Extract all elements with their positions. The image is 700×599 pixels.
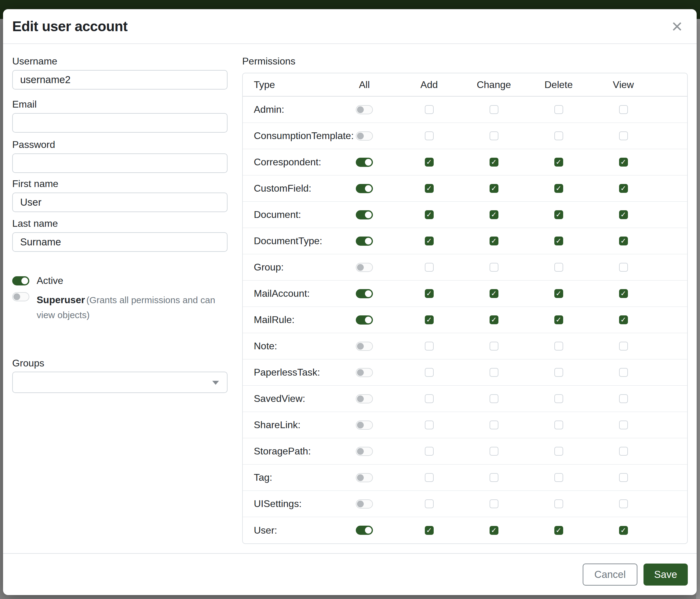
- permission-change-checkbox[interactable]: [490, 158, 498, 167]
- permission-all-toggle[interactable]: [356, 289, 373, 298]
- permission-add-checkbox[interactable]: [425, 526, 434, 535]
- permission-add-checkbox[interactable]: [425, 342, 434, 351]
- permission-view-checkbox[interactable]: [619, 394, 628, 403]
- permission-view-checkbox[interactable]: [619, 105, 628, 114]
- permission-all-toggle[interactable]: [356, 447, 373, 456]
- password-field[interactable]: [12, 153, 227, 173]
- permission-add-checkbox[interactable]: [425, 263, 434, 272]
- permission-change-checkbox[interactable]: [490, 237, 498, 245]
- permission-view-checkbox[interactable]: [619, 526, 628, 535]
- permission-delete-checkbox[interactable]: [554, 105, 563, 114]
- permission-change-checkbox[interactable]: [490, 447, 498, 456]
- permission-add-checkbox[interactable]: [425, 447, 434, 456]
- permission-add-checkbox[interactable]: [425, 421, 434, 429]
- permission-delete-checkbox[interactable]: [554, 263, 563, 272]
- permission-all-toggle[interactable]: [356, 394, 373, 403]
- permission-change-checkbox[interactable]: [490, 473, 498, 482]
- username-input[interactable]: [12, 70, 227, 90]
- permission-add-checkbox[interactable]: [425, 315, 434, 324]
- permission-delete-checkbox[interactable]: [554, 210, 563, 219]
- permission-view-checkbox[interactable]: [619, 184, 628, 193]
- permission-all-toggle[interactable]: [356, 526, 373, 535]
- permission-delete-checkbox[interactable]: [554, 315, 563, 324]
- permission-view-checkbox[interactable]: [619, 237, 628, 245]
- permission-view-checkbox[interactable]: [619, 315, 628, 324]
- permission-delete-checkbox[interactable]: [554, 289, 563, 298]
- permission-all-toggle[interactable]: [356, 131, 373, 141]
- permission-view-checkbox[interactable]: [619, 210, 628, 219]
- permission-delete-checkbox[interactable]: [554, 499, 563, 508]
- permission-add-checkbox[interactable]: [425, 368, 434, 377]
- last-name-field[interactable]: [12, 232, 227, 252]
- permission-delete-checkbox[interactable]: [554, 526, 563, 535]
- groups-select[interactable]: [12, 372, 227, 393]
- permission-view-checkbox[interactable]: [619, 499, 628, 508]
- permission-add-checkbox[interactable]: [425, 394, 434, 403]
- permission-view-checkbox[interactable]: [619, 473, 628, 482]
- permission-view-checkbox[interactable]: [619, 368, 628, 377]
- permission-add-checkbox[interactable]: [425, 289, 434, 298]
- permission-delete-checkbox[interactable]: [554, 131, 563, 140]
- permission-all-toggle[interactable]: [356, 237, 373, 246]
- permission-change-checkbox[interactable]: [490, 289, 498, 298]
- first-name-field[interactable]: [12, 193, 227, 212]
- permission-all-toggle[interactable]: [356, 499, 373, 508]
- permission-all-toggle[interactable]: [356, 368, 373, 377]
- permission-change-checkbox[interactable]: [490, 131, 498, 140]
- permission-delete-checkbox[interactable]: [554, 421, 563, 429]
- permission-all-toggle[interactable]: [356, 263, 373, 272]
- permission-all-toggle[interactable]: [356, 315, 373, 325]
- permission-all-toggle[interactable]: [356, 421, 373, 430]
- permission-view-checkbox[interactable]: [619, 263, 628, 272]
- permission-view-checkbox[interactable]: [619, 421, 628, 429]
- permission-change-checkbox[interactable]: [490, 499, 498, 508]
- email-field[interactable]: [12, 113, 227, 133]
- permission-all-toggle[interactable]: [356, 184, 373, 193]
- permission-add-checkbox[interactable]: [425, 210, 434, 219]
- active-toggle[interactable]: [12, 276, 29, 285]
- permission-view-checkbox[interactable]: [619, 342, 628, 351]
- permission-add-checkbox[interactable]: [425, 105, 434, 114]
- permission-delete-checkbox[interactable]: [554, 447, 563, 456]
- permission-delete-checkbox[interactable]: [554, 342, 563, 351]
- permission-add-checkbox[interactable]: [425, 131, 434, 140]
- permission-view-checkbox[interactable]: [619, 158, 628, 167]
- permission-change-checkbox[interactable]: [490, 263, 498, 272]
- permission-delete-checkbox[interactable]: [554, 394, 563, 403]
- close-icon[interactable]: ×: [670, 17, 684, 36]
- superuser-toggle[interactable]: [12, 292, 29, 301]
- permission-change-checkbox[interactable]: [490, 210, 498, 219]
- permission-add-checkbox[interactable]: [425, 237, 434, 245]
- permission-type-label: User:: [243, 525, 332, 536]
- permission-change-checkbox[interactable]: [490, 105, 498, 114]
- permission-change-checkbox[interactable]: [490, 368, 498, 377]
- cancel-button[interactable]: Cancel: [583, 564, 638, 585]
- permission-add-checkbox[interactable]: [425, 184, 434, 193]
- permission-delete-checkbox[interactable]: [554, 368, 563, 377]
- save-button[interactable]: Save: [644, 564, 688, 585]
- permission-change-checkbox[interactable]: [490, 526, 498, 535]
- permission-add-checkbox[interactable]: [425, 499, 434, 508]
- permission-view-checkbox[interactable]: [619, 289, 628, 298]
- permission-delete-checkbox[interactable]: [554, 184, 563, 193]
- permission-view-checkbox[interactable]: [619, 131, 628, 140]
- permission-view-checkbox[interactable]: [619, 447, 628, 456]
- permission-all-toggle[interactable]: [356, 210, 373, 219]
- permission-change-checkbox[interactable]: [490, 421, 498, 429]
- permission-all-toggle[interactable]: [356, 473, 373, 482]
- permission-all-toggle[interactable]: [356, 342, 373, 351]
- permission-type-label: SavedView:: [243, 393, 332, 404]
- permission-delete-checkbox[interactable]: [554, 158, 563, 167]
- permission-delete-checkbox[interactable]: [554, 473, 563, 482]
- permission-delete-checkbox[interactable]: [554, 237, 563, 245]
- permission-all-toggle[interactable]: [356, 105, 373, 114]
- permission-all-toggle[interactable]: [356, 158, 373, 167]
- permission-change-checkbox[interactable]: [490, 394, 498, 403]
- permission-change-checkbox[interactable]: [490, 315, 498, 324]
- permission-change-checkbox[interactable]: [490, 342, 498, 351]
- permission-add-checkbox[interactable]: [425, 473, 434, 482]
- permission-row-savedview: SavedView:: [243, 386, 687, 412]
- permission-change-checkbox[interactable]: [490, 184, 498, 193]
- dialog-title: Edit user account: [12, 18, 127, 34]
- permission-add-checkbox[interactable]: [425, 158, 434, 167]
